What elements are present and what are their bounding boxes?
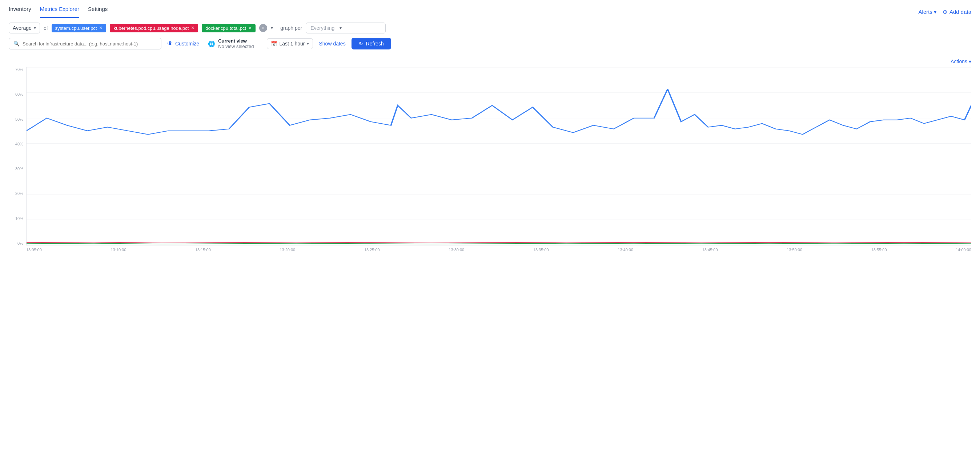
- x-label-7: 13:40:00: [617, 248, 633, 252]
- tab-metrics-explorer[interactable]: Metrics Explorer: [40, 6, 79, 18]
- metric-tag-docker-cpu[interactable]: docker.cpu.total.pct ✕: [202, 24, 256, 32]
- search-input[interactable]: [22, 41, 157, 46]
- y-label-60: 60%: [15, 92, 23, 96]
- x-axis: 13:05:00 13:10:00 13:15:00 13:20:00 13:2…: [26, 246, 971, 256]
- chart-line-blue: [27, 89, 971, 134]
- graph-per-label: graph per: [280, 25, 302, 31]
- y-label-10: 10%: [15, 216, 23, 221]
- x-label-3: 13:20:00: [280, 248, 295, 252]
- x-label-9: 13:50:00: [787, 248, 802, 252]
- search-box[interactable]: 🔍: [9, 38, 161, 49]
- refresh-icon: ↻: [359, 41, 363, 46]
- metric-tag-system-cpu[interactable]: system.cpu.user.pct ✕: [52, 24, 107, 32]
- toolbar-row2: 🔍 👁 Customize 🌐 Current view No view sel…: [9, 38, 971, 54]
- current-view-subtitle: No view selected: [218, 44, 254, 49]
- time-range-select[interactable]: 📅 Last 1 hour ▾: [267, 38, 313, 49]
- refresh-button[interactable]: ↻ Refresh: [352, 38, 391, 49]
- y-label-50: 50%: [15, 117, 23, 121]
- y-label-20: 20%: [15, 191, 23, 196]
- top-navigation: Inventory Metrics Explorer Settings Aler…: [0, 0, 980, 18]
- nav-right: Alerts ▾ ⊕ Add data: [919, 8, 971, 15]
- chart-line-green: [27, 243, 971, 244]
- graph-per-select[interactable]: Everything ▾: [306, 22, 386, 33]
- chart-svg: [27, 67, 971, 245]
- x-label-1: 13:10:00: [110, 248, 126, 252]
- chevron-down-icon: ▾: [34, 26, 36, 30]
- y-label-30: 30%: [15, 167, 23, 171]
- chevron-down-icon: ▾: [339, 26, 342, 30]
- chart-inner: [26, 67, 971, 246]
- clear-all-metrics-button[interactable]: ✕: [259, 24, 267, 32]
- chevron-down-icon: ▾: [934, 9, 937, 15]
- tab-settings[interactable]: Settings: [88, 6, 108, 18]
- x-label-2: 13:15:00: [195, 248, 211, 252]
- y-label-70: 70%: [15, 67, 23, 72]
- remove-metric-system-cpu-icon[interactable]: ✕: [99, 26, 102, 30]
- show-dates-button[interactable]: Show dates: [319, 41, 345, 46]
- globe-icon: 🌐: [208, 40, 215, 47]
- x-label-5: 13:30:00: [449, 248, 464, 252]
- eye-icon: 👁: [167, 40, 173, 47]
- y-axis: 70% 60% 50% 40% 30% 20% 10% 0%: [9, 67, 26, 246]
- aggregate-select[interactable]: Average ▾: [9, 22, 40, 33]
- chart-container: 70% 60% 50% 40% 30% 20% 10% 0%: [9, 67, 971, 256]
- chevron-down-icon: ▾: [969, 59, 971, 64]
- y-label-0: 0%: [18, 241, 23, 246]
- metrics-dropdown-icon[interactable]: ▾: [271, 26, 273, 30]
- actions-row: Actions ▾: [9, 59, 971, 64]
- toolbar-area: Average ▾ of system.cpu.user.pct ✕ kuber…: [0, 18, 980, 54]
- search-icon: 🔍: [13, 41, 20, 46]
- plus-circle-icon: ⊕: [943, 8, 947, 15]
- of-label: of: [44, 25, 48, 31]
- customize-button[interactable]: 👁 Customize: [167, 40, 199, 47]
- toolbar-row1: Average ▾ of system.cpu.user.pct ✕ kuber…: [9, 22, 971, 38]
- alerts-button[interactable]: Alerts ▾: [919, 9, 937, 15]
- current-view-section: 🌐 Current view No view selected: [208, 38, 254, 49]
- remove-metric-kubernetes-icon[interactable]: ✕: [191, 26, 194, 30]
- x-label-10: 13:55:00: [871, 248, 887, 252]
- chart-line-red: [27, 242, 971, 243]
- x-label-4: 13:25:00: [364, 248, 380, 252]
- x-label-0: 13:05:00: [26, 248, 42, 252]
- metric-tag-kubernetes-pod-cpu[interactable]: kubernetes.pod.cpu.usage.node.pct ✕: [110, 24, 198, 32]
- remove-metric-docker-icon[interactable]: ✕: [248, 26, 252, 30]
- add-data-button[interactable]: ⊕ Add data: [943, 8, 971, 15]
- chevron-down-icon: ▾: [307, 41, 309, 46]
- y-label-40: 40%: [15, 142, 23, 146]
- x-label-11: 14:00:00: [956, 248, 971, 252]
- actions-button[interactable]: Actions ▾: [951, 59, 971, 64]
- tab-inventory[interactable]: Inventory: [9, 6, 31, 18]
- nav-tabs: Inventory Metrics Explorer Settings: [9, 6, 108, 18]
- chart-area: Actions ▾ 70% 60% 50% 40% 30% 20% 10% 0%: [0, 54, 980, 256]
- x-label-6: 13:35:00: [533, 248, 549, 252]
- x-label-8: 13:45:00: [702, 248, 718, 252]
- calendar-icon: 📅: [271, 41, 277, 46]
- current-view-title: Current view: [218, 38, 254, 44]
